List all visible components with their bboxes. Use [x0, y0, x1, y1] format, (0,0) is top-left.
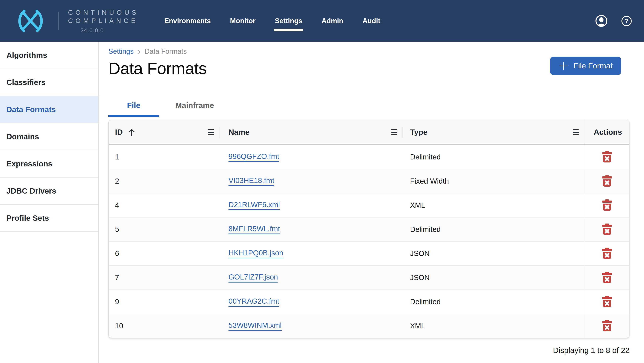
cell-type: Delimited	[403, 218, 584, 241]
name-link[interactable]: 8MFLR5WL.fmt	[228, 225, 280, 234]
brand-logo-icon	[14, 8, 48, 34]
table-row: 9 00YRAG2C.fmt Delimited	[109, 290, 629, 314]
table-row: 6 HKH1PQ0B.json JSON	[109, 241, 629, 265]
breadcrumb: Settings › Data Formats	[108, 48, 644, 56]
settings-sidebar: Algorithms Classifiers Data Formats Doma…	[0, 42, 98, 363]
name-link[interactable]: D21RLWF6.xml	[228, 200, 280, 210]
delete-icon	[602, 248, 612, 259]
delete-icon	[602, 296, 612, 308]
brand-divider	[58, 12, 59, 30]
name-link[interactable]: VI03HE18.fmt	[228, 176, 274, 186]
nav-item-monitor[interactable]: Monitor	[230, 17, 256, 25]
sidebar-item-domains[interactable]: Domains	[0, 123, 98, 150]
nav-item-settings[interactable]: Settings	[275, 17, 302, 25]
nav-item-admin[interactable]: Admin	[322, 17, 343, 25]
breadcrumb-chevron-icon: ›	[138, 48, 140, 56]
format-tabs: File Mainframe	[108, 94, 644, 117]
top-navbar: CONTINUOUS COMPLIANCE 24.0.0.0 Environme…	[0, 0, 644, 42]
table-header-row: ID Name Type Actions	[109, 120, 629, 145]
help-icon[interactable]: ?	[621, 16, 632, 26]
tab-mainframe[interactable]: Mainframe	[159, 94, 230, 117]
sidebar-item-algorithms[interactable]: Algorithms	[0, 42, 98, 69]
delete-button[interactable]	[602, 296, 612, 308]
cell-type: JSON	[403, 266, 584, 290]
cell-id: 1	[109, 145, 220, 169]
delete-button[interactable]	[602, 175, 612, 187]
cell-id: 4	[109, 193, 220, 217]
column-label-id: ID	[115, 128, 123, 137]
cell-id: 6	[109, 242, 220, 265]
add-file-format-button[interactable]: File Format	[550, 57, 621, 75]
brand: CONTINUOUS COMPLIANCE 24.0.0.0	[14, 0, 139, 42]
delete-button[interactable]	[602, 272, 612, 284]
delete-icon	[602, 175, 612, 187]
results-summary: Displaying 1 to 8 of 22	[108, 346, 630, 355]
plus-icon	[559, 61, 568, 71]
version-label: 24.0.0.0	[80, 27, 104, 34]
main-nav: Environments Monitor Settings Admin Audi…	[164, 17, 380, 25]
table-row: 10 53W8WINM.xml XML	[109, 314, 629, 338]
column-header-id[interactable]: ID	[109, 120, 220, 144]
svg-text:?: ?	[625, 18, 628, 24]
cell-type: JSON	[403, 242, 584, 265]
column-label-name: Name	[228, 128, 250, 137]
sidebar-item-expressions[interactable]: Expressions	[0, 150, 98, 178]
cell-id: 10	[109, 314, 220, 338]
nav-item-audit[interactable]: Audit	[362, 17, 380, 25]
delete-button[interactable]	[602, 320, 612, 332]
cell-type: Delimited	[403, 290, 584, 314]
sidebar-item-jdbc-drivers[interactable]: JDBC Drivers	[0, 178, 98, 205]
cell-type: Fixed Width	[403, 169, 584, 193]
brand-title-line2: COMPLIANCE	[68, 16, 139, 25]
delete-button[interactable]	[602, 248, 612, 259]
delete-icon	[602, 151, 612, 163]
column-menu-icon[interactable]	[207, 128, 215, 136]
cell-type: Delimited	[403, 145, 584, 169]
delete-button[interactable]	[602, 151, 612, 163]
cell-id: 9	[109, 290, 220, 314]
delete-icon	[602, 224, 612, 235]
delete-button[interactable]	[602, 224, 612, 235]
column-menu-icon[interactable]	[390, 128, 398, 136]
delete-icon	[602, 320, 612, 332]
column-label-actions: Actions	[594, 128, 622, 137]
nav-item-environments[interactable]: Environments	[164, 17, 211, 25]
data-formats-table: ID Name Type Actions 1 996QGFZO.f	[108, 120, 630, 338]
sort-ascending-icon	[128, 128, 136, 137]
tab-file[interactable]: File	[108, 94, 159, 117]
delete-icon	[602, 272, 612, 284]
name-link[interactable]: 00YRAG2C.fmt	[228, 297, 279, 307]
table-row: 5 8MFLR5WL.fmt Delimited	[109, 217, 629, 241]
cell-id: 7	[109, 266, 220, 290]
brand-title-line1: CONTINUOUS	[68, 8, 139, 16]
main-content: Settings › Data Formats Data Formats Fil…	[98, 42, 644, 363]
cell-id: 2	[109, 169, 220, 193]
table-row: 1 996QGFZO.fmt Delimited	[109, 145, 629, 169]
sidebar-item-classifiers[interactable]: Classifiers	[0, 69, 98, 96]
column-header-actions: Actions	[584, 120, 629, 144]
cell-type: XML	[403, 193, 584, 217]
sidebar-item-data-formats[interactable]: Data Formats	[0, 96, 98, 123]
table-row: 7 GOL7IZ7F.json JSON	[109, 265, 629, 290]
name-link[interactable]: 53W8WINM.xml	[228, 321, 282, 331]
add-button-label: File Format	[574, 62, 612, 70]
name-link[interactable]: HKH1PQ0B.json	[228, 249, 283, 258]
table-row: 4 D21RLWF6.xml XML	[109, 193, 629, 217]
breadcrumb-link-settings[interactable]: Settings	[108, 48, 134, 56]
sidebar-item-profile-sets[interactable]: Profile Sets	[0, 205, 98, 232]
cell-type: XML	[403, 314, 584, 338]
delete-icon	[602, 200, 612, 211]
user-avatar-icon[interactable]	[595, 15, 608, 27]
delete-button[interactable]	[602, 200, 612, 211]
column-label-type: Type	[410, 128, 428, 137]
cell-id: 5	[109, 218, 220, 241]
name-link[interactable]: GOL7IZ7F.json	[228, 273, 278, 282]
breadcrumb-current: Data Formats	[144, 48, 187, 56]
table-row: 2 VI03HE18.fmt Fixed Width	[109, 169, 629, 193]
name-link[interactable]: 996QGFZO.fmt	[228, 152, 279, 162]
column-header-name[interactable]: Name	[220, 120, 403, 144]
column-menu-icon[interactable]	[572, 128, 580, 136]
column-header-type[interactable]: Type	[403, 120, 584, 144]
